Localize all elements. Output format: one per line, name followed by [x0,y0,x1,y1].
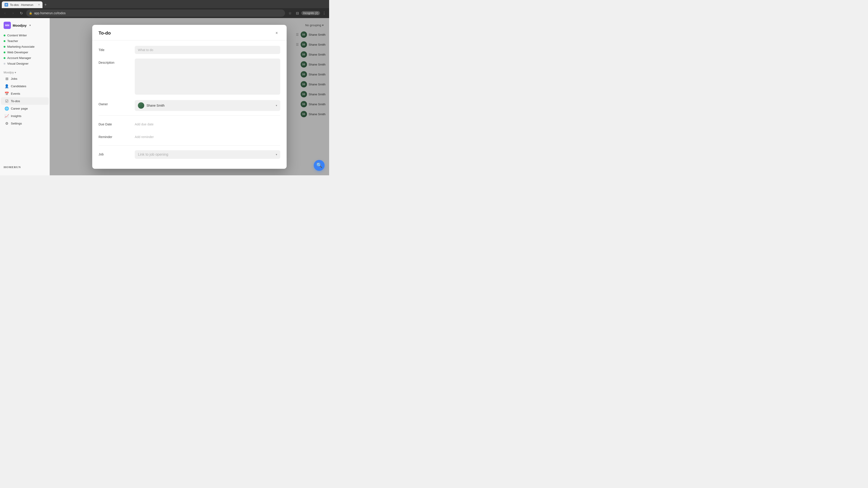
add-due-date-button[interactable]: Add due date [135,120,280,128]
job-dot [4,63,5,65]
tab-bar: H To-dos · Homerun × + [0,0,329,8]
menu-button[interactable]: ⋮ [321,10,327,16]
owner-select-arrow-icon: ▾ [276,104,277,107]
form-row-reminder: Reminder Add reminder [98,133,280,141]
jobs-icon: ⊞ [4,76,9,81]
owner-name: Shane Smith [147,104,164,107]
job-dot [4,52,5,53]
sidebar-item-career-page[interactable]: 🌐 Career page [1,105,49,112]
form-row-title: Title [98,46,280,54]
incognito-badge: Incognito (2) [301,11,320,15]
company-avatar: MM [4,22,11,29]
insights-icon: 📈 [4,114,9,118]
forward-button[interactable]: › [10,10,16,16]
split-view-button[interactable]: ⊟ [294,10,301,16]
support-chat-button[interactable]: 🔍 [314,160,324,171]
sidebar: MM Moodjoy ▾ Content Writer Teacher Mark… [0,18,50,175]
events-icon: 📅 [4,92,9,96]
sidebar-section-arrow: ▾ [15,71,16,74]
form-row-due-date: Due Date Add due date [98,120,280,128]
sidebar-item-web-developer[interactable]: Web Developer [2,50,48,55]
sidebar-item-account-manager[interactable]: Account Manager [2,55,48,61]
sidebar-item-teacher[interactable]: Teacher [2,38,48,44]
description-control [135,59,280,96]
search-icon: 🔍 [316,162,322,168]
job-label: Account Manager [7,56,31,60]
career-page-icon: 🌐 [4,106,9,111]
sidebar-item-visual-designer[interactable]: Visual Designer [2,61,48,66]
sidebar-item-todos[interactable]: ☑ To-dos [1,97,49,105]
form-row-owner: Owner Shane Smith ▾ [98,100,280,111]
job-select-arrow-icon: ▾ [276,153,277,156]
company-name[interactable]: Moodjoy [13,24,27,27]
sidebar-bottom: HOMERUN [0,163,50,172]
title-input[interactable] [135,46,280,54]
app-layout: MM Moodjoy ▾ Content Writer Teacher Mark… [0,18,329,175]
sidebar-item-marketing-associate[interactable]: Marketing Associate [2,44,48,50]
form-row-job: Job Link to job opening ▾ [98,150,280,159]
add-reminder-button[interactable]: Add reminder [135,133,280,141]
title-control [135,46,280,54]
job-placeholder: Link to job opening [138,153,168,157]
sidebar-item-candidates-label: Candidates [11,85,26,88]
sidebar-item-content-writer[interactable]: Content Writer [2,33,48,38]
sidebar-logo-area: MM Moodjoy ▾ [0,22,50,33]
form-divider-2 [98,145,280,146]
title-label: Title [98,46,130,52]
owner-label: Owner [98,100,130,106]
due-date-control: Add due date [135,120,280,128]
sidebar-item-jobs[interactable]: ⊞ Jobs [1,75,49,83]
job-label: Teacher [7,39,18,43]
todo-modal: To-do × Title Description [92,25,287,169]
job-dot [4,40,5,42]
sidebar-item-settings-label: Settings [11,122,22,125]
job-label: Content Writer [7,34,27,37]
modal-body: Title Description Owner [92,40,287,169]
job-label: Marketing Associate [7,45,35,48]
job-select[interactable]: Link to job opening ▾ [135,150,280,159]
todos-icon: ☑ [4,99,9,103]
job-dot [4,35,5,36]
reminder-control: Add reminder [135,133,280,141]
tab-close-button[interactable]: × [38,3,40,6]
job-label: Web Developer [7,51,28,54]
description-label: Description [98,59,130,64]
modal-title: To-do [98,31,111,36]
tab-favicon: H [4,3,8,6]
homerun-logo: HOMERUN [4,165,46,169]
active-tab[interactable]: H To-dos · Homerun × [2,1,42,8]
tab-title: To-dos · Homerun [10,3,33,6]
form-row-description: Description [98,59,280,96]
owner-avatar [138,102,144,109]
reload-button[interactable]: ↻ [18,10,24,16]
candidates-icon: 👤 [4,84,9,88]
modal-backdrop[interactable]: To-do × Title Description [50,18,329,175]
company-dropdown-arrow[interactable]: ▾ [29,24,31,27]
reminder-label: Reminder [98,133,130,139]
sidebar-item-candidates[interactable]: 👤 Candidates [1,83,49,90]
modal-header: To-do × [92,25,287,40]
owner-select[interactable]: Shane Smith ▾ [135,100,280,111]
sidebar-item-events[interactable]: 📅 Events [1,90,49,97]
bookmark-button[interactable]: ☆ [287,10,293,16]
job-dot [4,57,5,59]
due-date-label: Due Date [98,120,130,126]
sidebar-item-insights-label: Insights [11,114,22,118]
address-bar[interactable]: 🔒 app.homerun.co/todos [26,9,285,17]
sidebar-section-label-text: Moodjoy [4,71,14,74]
sidebar-section-moodjoy: Moodjoy ▾ [0,69,50,75]
main-content: ＋ Create to-do No grouping ▾ ☰ SS Shane … [50,18,329,175]
sidebar-item-career-page-label: Career page [11,107,28,110]
modal-close-button[interactable]: × [273,29,280,37]
settings-icon: ⚙ [4,121,9,126]
sidebar-item-insights[interactable]: 📈 Insights [1,112,49,120]
job-label: Visual Designer [7,62,29,65]
address-bar-row: ‹ › ↻ 🔒 app.homerun.co/todos ☆ ⊟ Incogni… [0,8,329,18]
sidebar-item-todos-label: To-dos [11,99,20,103]
owner-control: Shane Smith ▾ [135,100,280,111]
back-button[interactable]: ‹ [2,10,8,16]
sidebar-item-settings[interactable]: ⚙ Settings [1,120,49,127]
new-tab-button[interactable]: + [42,1,49,8]
sidebar-jobs-section: Content Writer Teacher Marketing Associa… [0,33,50,69]
description-input[interactable] [135,59,280,95]
